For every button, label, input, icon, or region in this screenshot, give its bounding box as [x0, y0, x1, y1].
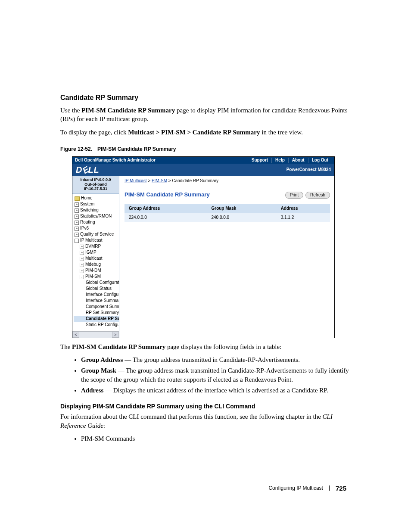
expand-icon[interactable]: +	[80, 251, 84, 255]
field-list: Group Address — The group address transm…	[60, 355, 351, 395]
expand-icon[interactable]: +	[75, 215, 79, 219]
cell-address: 3.1.1.2	[277, 213, 330, 222]
sidebar-scrollbar[interactable]: < >	[72, 331, 119, 338]
logo-bar: DELL PowerConnect M8024	[72, 164, 334, 176]
breadcrumb-pim-sm[interactable]: PIM-SM	[152, 178, 167, 183]
page-toolbar: Print Refresh	[284, 192, 330, 199]
app-title: Dell OpenManage Switch Administrator	[75, 158, 156, 163]
expand-icon[interactable]: +	[80, 257, 84, 261]
tree-item-switching[interactable]: +Switching	[74, 207, 119, 213]
expand-icon[interactable]: +	[75, 221, 79, 225]
tree-leaf-interface-summary[interactable]: Interface Summary	[74, 298, 119, 304]
breadcrumb: IP Multicast > PIM-SM > Candidate RP Sum…	[125, 178, 330, 184]
scroll-left-icon[interactable]: <	[72, 332, 79, 338]
label: Candidate RP Summ	[86, 316, 119, 321]
label: IGMP	[85, 250, 97, 255]
tree-leaf-candidate-rp-summary[interactable]: Candidate RP Summ	[74, 316, 119, 322]
section-heading: Candidate RP Summary	[60, 94, 351, 102]
field-name-group-mask: Group Mask	[81, 367, 116, 374]
cli-subheading: Displaying PIM-SM Candidate RP Summary u…	[60, 403, 351, 410]
label: RP Set Summary	[86, 310, 119, 315]
outofband-ip: Out-of-band IP:10.27.5.31	[74, 182, 117, 192]
breadcrumb-ip-multicast[interactable]: IP Multicast	[125, 178, 147, 183]
cell-group-address: 224.0.0.0	[125, 213, 207, 222]
col-group-mask: Group Mask	[207, 204, 276, 213]
expand-icon[interactable]: +	[75, 227, 79, 231]
label: Home	[81, 196, 93, 200]
field-desc: — The group address mask transmitted in …	[81, 367, 349, 383]
list-item: PIM-SM Commands	[81, 434, 351, 443]
tree-leaf-global-configuration[interactable]: Global Configuration	[74, 280, 119, 286]
tree-leaf-global-status[interactable]: Global Status	[74, 286, 119, 292]
ip-info-box: Inband IP:0.0.0.0 Out-of-band IP:10.27.5…	[72, 176, 119, 194]
tree-item-ipv6[interactable]: +IPv6	[74, 225, 119, 231]
tree-leaf-component-summary[interactable]: Component Summary	[74, 304, 119, 310]
expand-icon[interactable]: +	[80, 269, 84, 273]
divider-icon	[329, 485, 330, 491]
label: Interface Configuration	[86, 292, 119, 297]
folder-icon	[75, 196, 80, 201]
about-link[interactable]: About	[288, 158, 308, 163]
label: Interface Summary	[86, 298, 119, 303]
expand-icon[interactable]: +	[75, 208, 79, 213]
tree-item-dvmrp[interactable]: +DVMRP	[74, 243, 119, 249]
label: Mdebug	[85, 262, 101, 267]
label: Global Configuration	[86, 280, 119, 285]
expand-icon[interactable]: +	[80, 245, 84, 249]
expand-icon[interactable]: +	[75, 202, 79, 207]
footer-chapter-title: Configuring IP Multicast	[268, 485, 323, 491]
expand-icon[interactable]: +	[80, 263, 84, 267]
navigation-paragraph: To display the page, click Multicast > P…	[60, 128, 351, 137]
tree-item-igmp[interactable]: +IGMP	[74, 249, 119, 255]
collapse-icon[interactable]: -	[75, 239, 79, 243]
tree-item-qos[interactable]: +Quality of Service	[74, 231, 119, 237]
tree-item-multicast[interactable]: +Multicast	[74, 255, 119, 261]
label: Global Status	[86, 286, 112, 291]
tree-leaf-interface-configuration[interactable]: Interface Configuration	[74, 292, 119, 298]
collapse-icon[interactable]: -	[80, 275, 84, 279]
label: Component Summary	[86, 304, 119, 309]
tree-item-system[interactable]: +System	[74, 201, 119, 207]
inband-ip: Inband IP:0.0.0.0	[74, 177, 117, 182]
tree-leaf-rp-set-summary[interactable]: RP Set Summary	[74, 310, 119, 316]
label: DVMRP	[85, 244, 101, 249]
table-header-row: Group Address Group Mask Address	[125, 204, 330, 213]
label: Routing	[80, 220, 95, 224]
help-link[interactable]: Help	[271, 158, 288, 163]
tree-item-mdebug[interactable]: +Mdebug	[74, 261, 119, 268]
list-item: Group Address — The group address transm…	[81, 355, 351, 364]
field-name-group-address: Group Address	[81, 356, 123, 363]
tree-item-ip-multicast[interactable]: -IP Multicast	[74, 237, 119, 243]
label: Statistics/RMON	[80, 214, 112, 218]
intro-paragraph: Use the PIM-SM Candidate RP Summary page…	[60, 106, 351, 124]
dell-logo: DELL	[76, 165, 99, 175]
support-link[interactable]: Support	[248, 158, 271, 163]
text: Use the	[60, 107, 81, 114]
label: Switching	[80, 208, 99, 212]
col-group-address: Group Address	[125, 204, 207, 213]
tree-item-statistics-rmon[interactable]: +Statistics/RMON	[74, 213, 119, 219]
tree-item-home[interactable]: Home	[74, 195, 119, 201]
logout-link[interactable]: Log Out	[308, 158, 332, 163]
figure-number: Figure 12-52.	[60, 146, 92, 152]
refresh-button[interactable]: Refresh	[305, 192, 330, 199]
print-button[interactable]: Print	[285, 192, 304, 199]
screenshot-container: Dell OpenManage Switch Administrator Sup…	[72, 156, 335, 338]
tree-item-pim-dm[interactable]: +PIM-DM	[74, 268, 119, 274]
term-pim-sm-candidate-rp-summary: PIM-SM Candidate RP Summary	[81, 107, 175, 114]
table-row: 224.0.0.0 240.0.0.0 3.1.1.2	[125, 213, 330, 222]
scroll-right-icon[interactable]: >	[112, 332, 119, 338]
after-figure-paragraph: The PIM-SM Candidate RP Summary page dis…	[60, 342, 351, 351]
tree-item-pim-sm[interactable]: -PIM-SM	[74, 274, 119, 280]
tree-item-routing[interactable]: +Routing	[74, 219, 119, 225]
tree-leaf-static-rp-configuration[interactable]: Static RP Configurati	[74, 322, 119, 328]
page-footer: Configuring IP Multicast 725	[60, 485, 351, 492]
text: :	[103, 422, 105, 429]
breadcrumb-current: Candidate RP Summary	[172, 178, 218, 183]
field-desc: — Displays the unicast address of the in…	[103, 387, 328, 394]
titlebar-links: Support Help About Log Out	[248, 158, 332, 163]
sidebar: Inband IP:0.0.0.0 Out-of-band IP:10.27.5…	[72, 176, 119, 338]
scroll-track[interactable]	[79, 332, 112, 338]
expand-icon[interactable]: +	[75, 233, 79, 237]
text: page displays the following fields in a …	[165, 343, 281, 350]
